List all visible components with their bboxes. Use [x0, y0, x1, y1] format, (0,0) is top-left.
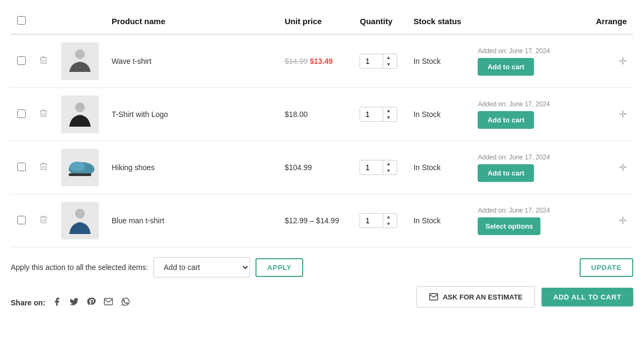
qty-field-2[interactable] — [360, 108, 383, 121]
delete-icon-1[interactable] — [39, 57, 48, 67]
product-image-1 — [61, 42, 99, 80]
qty-input-3[interactable]: ▲ ▼ — [360, 160, 397, 175]
table-row: Wave t-shirt$14.99$13.49 ▲ ▼ In StockAdd… — [11, 34, 633, 88]
header-unit-price: Unit price — [278, 11, 353, 34]
qty-up-1[interactable]: ▲ — [383, 54, 393, 61]
action-select[interactable]: Add to cartRemove — [153, 257, 250, 277]
delete-icon-2[interactable] — [39, 111, 48, 120]
added-on-4: Added on: June 17, 2024 — [478, 207, 583, 214]
header-quantity: Quantity — [353, 11, 407, 34]
header-arrange: Arrange — [589, 11, 633, 34]
facebook-icon[interactable] — [52, 297, 62, 309]
twitter-icon[interactable] — [69, 297, 79, 309]
qty-up-4[interactable]: ▲ — [383, 214, 393, 221]
svg-rect-2 — [61, 96, 99, 133]
arrange-icon-3[interactable]: ✛ — [596, 162, 627, 173]
pinterest-icon[interactable] — [86, 297, 96, 309]
arrange-icon-2[interactable]: ✛ — [596, 108, 627, 120]
added-on-3: Added on: June 17, 2024 — [478, 154, 583, 161]
product-name-1: Wave t-shirt — [112, 57, 151, 65]
arrange-icon-4[interactable]: ✛ — [596, 215, 627, 227]
stock-status-3: In Stock — [413, 163, 441, 172]
add-to-cart-btn-2[interactable]: Add to cart — [478, 111, 534, 129]
qty-field-4[interactable] — [360, 214, 383, 227]
price-original-1: $14.99 — [284, 57, 308, 65]
table-row: T-Shirt with Logo$18.00 ▲ ▼ In StockAdde… — [11, 88, 633, 141]
qty-input-2[interactable]: ▲ ▼ — [360, 107, 397, 122]
product-image-3 — [61, 149, 99, 186]
added-on-2: Added on: June 17, 2024 — [478, 100, 583, 108]
select-options-btn-4[interactable]: Select options — [478, 217, 540, 235]
apply-label: Apply this action to all the selected it… — [11, 263, 148, 272]
arrange-icon-1[interactable]: ✛ — [596, 55, 627, 67]
select-all-checkbox[interactable] — [17, 16, 26, 25]
qty-field-3[interactable] — [360, 161, 383, 174]
table-row: Blue man t-shirt$12.99 – $14.99 ▲ ▼ In S… — [11, 194, 633, 247]
stock-status-4: In Stock — [413, 216, 441, 225]
qty-up-3[interactable]: ▲ — [383, 160, 393, 167]
added-on-1: Added on: June 17, 2024 — [478, 47, 583, 55]
header-stock-status: Stock status — [407, 11, 471, 34]
add-to-cart-btn-1[interactable]: Add to cart — [478, 58, 534, 76]
product-image-2 — [61, 96, 99, 133]
price-4: $12.99 – $14.99 — [284, 216, 339, 225]
update-button[interactable]: UPDATE — [580, 258, 633, 277]
email-estimate-icon — [429, 292, 438, 302]
apply-button[interactable]: APPLY — [255, 258, 303, 277]
stock-status-1: In Stock — [413, 57, 441, 65]
product-name-3: Hiking shoes — [112, 163, 155, 172]
qty-up-2[interactable]: ▲ — [383, 107, 393, 114]
header-product-name: Product name — [105, 11, 278, 34]
estimate-label: ASK FOR AN ESTIMATE — [443, 293, 523, 301]
qty-input-4[interactable]: ▲ ▼ — [360, 213, 397, 228]
price-3: $104.99 — [284, 163, 312, 172]
stock-status-2: In Stock — [413, 110, 441, 119]
qty-down-1[interactable]: ▼ — [383, 61, 393, 68]
ask-estimate-button[interactable]: ASK FOR AN ESTIMATE — [416, 286, 535, 308]
delete-icon-4[interactable] — [39, 217, 48, 226]
product-name-4: Blue man t-shirt — [112, 216, 164, 225]
svg-rect-7 — [69, 173, 91, 176]
row-checkbox-1[interactable] — [17, 56, 26, 65]
add-all-to-cart-button[interactable]: ADD ALL TO CART — [541, 288, 633, 306]
qty-down-2[interactable]: ▼ — [383, 114, 393, 121]
row-checkbox-2[interactable] — [17, 109, 26, 118]
share-label: Share on: — [11, 298, 46, 307]
row-checkbox-4[interactable] — [17, 216, 26, 224]
svg-point-1 — [75, 49, 85, 59]
price-sale-1: $13.49 — [310, 57, 333, 65]
svg-point-3 — [75, 103, 85, 112]
product-image-4 — [61, 202, 99, 239]
delete-icon-3[interactable] — [39, 164, 48, 173]
email-icon[interactable] — [104, 297, 113, 309]
add-to-cart-btn-3[interactable]: Add to cart — [478, 164, 534, 182]
qty-down-4[interactable]: ▼ — [383, 221, 393, 228]
product-name-2: T-Shirt with Logo — [112, 110, 168, 119]
svg-point-9 — [75, 209, 85, 218]
svg-rect-0 — [61, 42, 99, 80]
svg-point-6 — [70, 162, 85, 171]
qty-field-1[interactable] — [360, 55, 383, 68]
row-checkbox-3[interactable] — [17, 163, 26, 171]
whatsapp-icon[interactable] — [121, 297, 130, 309]
table-row: Hiking shoes$104.99 ▲ ▼ In StockAdded on… — [11, 141, 633, 194]
price-2: $18.00 — [284, 110, 308, 119]
qty-down-3[interactable]: ▼ — [383, 167, 393, 174]
qty-input-1[interactable]: ▲ ▼ — [360, 54, 397, 69]
